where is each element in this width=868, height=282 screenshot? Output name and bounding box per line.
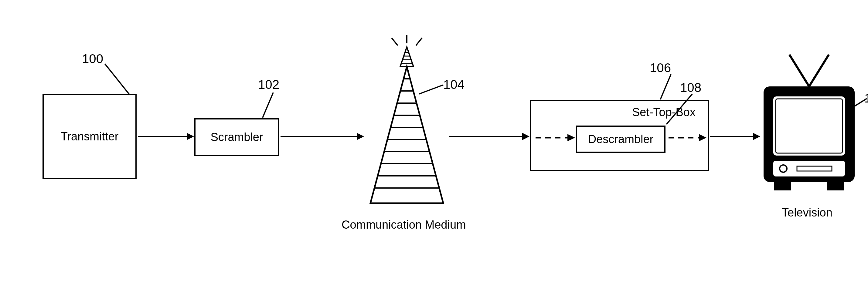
dashed-arrow-left [534,133,577,142]
svg-marker-25 [699,134,707,141]
svg-rect-36 [774,182,791,190]
arrow-head-3 [522,133,529,140]
svg-line-27 [666,94,692,124]
scrambler-label: Scrambler [210,131,263,144]
svg-line-21 [419,85,443,94]
svg-line-29 [809,55,829,86]
television-label: Television [782,206,833,219]
svg-line-4 [416,38,422,45]
scrambler-ref: 102 [258,77,279,92]
descrambler-lead-line [665,93,695,126]
svg-marker-23 [567,134,575,141]
svg-rect-37 [827,182,844,190]
transmitter-block: Transmitter [42,94,136,179]
svg-line-38 [855,99,867,106]
arrow-transmitter-scrambler [138,136,188,137]
arrow-head-1 [187,133,194,140]
antenna-lead-line [416,82,446,97]
svg-line-1 [262,93,273,118]
television-icon [761,51,858,197]
svg-line-0 [105,64,129,94]
arrow-stb-tv [710,136,754,137]
arrow-head-2 [357,133,364,140]
transmitter-ref: 100 [82,51,103,66]
signal-flow-diagram: Transmitter 100 Scrambler 102 [12,12,856,270]
svg-line-28 [789,55,809,86]
scrambler-block: Scrambler [194,118,279,156]
svg-rect-31 [773,97,845,155]
arrow-antenna-stb [450,136,524,137]
antenna-icon [364,35,450,205]
transmitter-label: Transmitter [61,130,119,143]
descrambler-block: Descrambler [576,126,665,153]
arrow-scrambler-antenna [281,136,358,137]
svg-line-2 [392,38,398,45]
communication-medium-label: Communication Medium [342,218,466,232]
television-lead-line [853,97,868,109]
transmitter-lead-line [103,61,140,97]
descrambler-label: Descrambler [588,133,653,146]
communication-medium-ref: 104 [443,77,465,92]
scrambler-lead-line [258,91,282,120]
dashed-arrow-right [667,133,710,142]
svg-rect-33 [773,161,845,176]
arrow-head-4 [753,133,760,140]
